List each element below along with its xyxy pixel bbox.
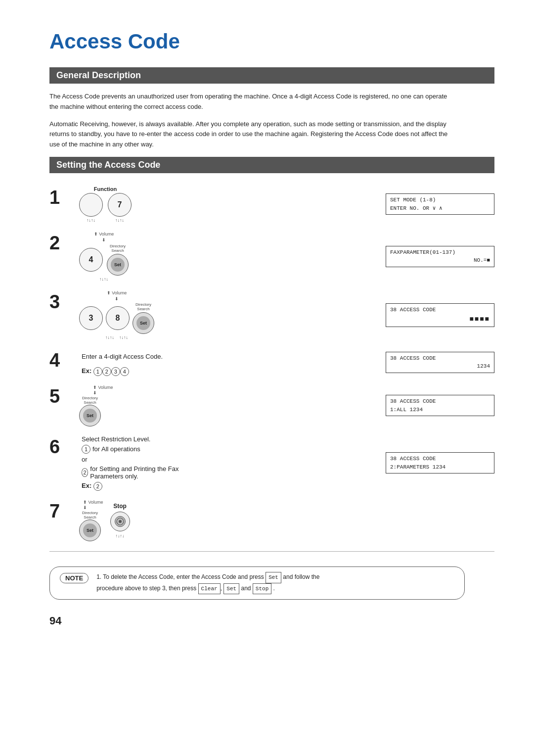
- step-2-display-line1: FAXPARAMETER(01-137): [390, 248, 490, 257]
- note-text-3: procedure above to step 3, then press: [96, 585, 196, 592]
- step-1-display-line2: ENTER NO. OR ∨ ∧: [390, 204, 490, 213]
- step-6-ex: Ex: 2: [82, 482, 102, 491]
- step-6-main-text: Select Restriction Level.: [82, 435, 150, 443]
- step-3-display-line1: 38 ACCESS CODE: [390, 306, 490, 314]
- step-5-row: 5 ⬆ Volume ⬇ DirectorySearch Set: [49, 385, 494, 426]
- note-text-1: 1. To delete the Access Code, enter the …: [96, 573, 264, 580]
- step-2-display: FAXPARAMETER(01-137) NO.=■: [386, 246, 494, 267]
- step-1-display-box: SET MODE (1-8) ENTER NO. OR ∨ ∧: [386, 193, 494, 215]
- svg-point-1: [119, 520, 122, 523]
- step-5-number: 5: [49, 387, 79, 406]
- step-6-display-line1: 38 ACCESS CODE: [390, 455, 490, 463]
- page-title: Access Code: [49, 30, 494, 53]
- step-3-diagram: ⬆ Volume ⬇ 3 8 DirectorySearch Set: [79, 290, 188, 340]
- step-3-display-box: 38 ACCESS CODE ■■■■: [386, 303, 494, 327]
- step-6-display-line2: 2:PARAMETERS 1234: [390, 463, 490, 472]
- step-3-row: 3 ⬆ Volume ⬇ 3 8 DirectorySearch: [49, 290, 494, 340]
- note-stop-btn: Stop: [253, 583, 271, 595]
- note-period: .: [271, 585, 275, 592]
- steps-section: 1 Function ↑↓↑↓ 7 ↑↓↑↓: [49, 186, 494, 541]
- divider: [49, 551, 494, 552]
- step-6-number: 6: [49, 437, 79, 456]
- step-4-row: 4 Enter a 4-digit Access Code. Ex: 1234 …: [49, 349, 494, 376]
- step-6-content: Select Restriction Level. 1 for All oper…: [79, 435, 494, 491]
- set-button-step3[interactable]: Set: [133, 312, 154, 334]
- general-description-section: General Description The Access Code prev…: [49, 67, 494, 150]
- stop-label: Stop: [113, 503, 127, 510]
- setting-access-code-section: Setting the Access Code 1 Function ↑↓↑↓: [49, 157, 494, 541]
- step-3-content: ⬆ Volume ⬇ 3 8 DirectorySearch Set: [79, 290, 494, 340]
- step-7-number: 7: [49, 502, 79, 520]
- note-text: 1. To delete the Access Code, enter the …: [96, 572, 319, 594]
- step-4-display: 38 ACCESS CODE 1234: [386, 352, 494, 373]
- step-3-number: 3: [49, 292, 79, 311]
- step-2-number: 2: [49, 234, 79, 252]
- step-6-or: or: [82, 456, 88, 463]
- step-1-row: 1 Function ↑↓↑↓ 7 ↑↓↑↓: [49, 186, 494, 223]
- digit-4-button[interactable]: 4: [79, 248, 103, 272]
- setting-access-code-header: Setting the Access Code: [49, 157, 494, 173]
- set-button-step2[interactable]: Set: [107, 254, 129, 276]
- set-button-step5[interactable]: Set: [79, 405, 101, 426]
- step-1-diagram: Function ↑↓↑↓ 7 ↑↓↑↓: [79, 186, 188, 223]
- step-1-display: SET MODE (1-8) ENTER NO. OR ∨ ∧: [386, 193, 494, 215]
- step-1-display-line1: SET MODE (1-8): [390, 196, 490, 204]
- step-2-display-line2: NO.=■: [390, 256, 490, 265]
- note-text-2: and follow the: [283, 573, 319, 580]
- body-text-1: The Access Code prevents an unauthorized…: [49, 92, 455, 112]
- step-1-dial-group: Function ↑↓↑↓ 7 ↑↓↑↓: [79, 186, 132, 223]
- step-4-number: 4: [49, 351, 79, 370]
- digit-8-button[interactable]: 8: [106, 306, 130, 330]
- digit-3-button[interactable]: 3: [79, 306, 103, 330]
- step-4-content: Enter a 4-digit Access Code. Ex: 1234 38…: [79, 349, 494, 376]
- step-4-diagram: Enter a 4-digit Access Code. Ex: 1234: [79, 349, 188, 376]
- stop-button-inner: [115, 516, 126, 527]
- step-2-content: ⬆ Volume ⬇ 4 DirectorySearch Set: [79, 232, 494, 282]
- step-4-display-box: 38 ACCESS CODE 1234: [386, 352, 494, 373]
- step-6-display-box: 38 ACCESS CODE 2:PARAMETERS 1234: [386, 452, 494, 473]
- step-3-display: 38 ACCESS CODE ■■■■: [386, 303, 494, 327]
- general-description-header: General Description: [49, 67, 494, 84]
- note-box: NOTE 1. To delete the Access Code, enter…: [49, 567, 465, 600]
- step-3-display-line2: ■■■■: [390, 314, 490, 325]
- function-label: Function: [94, 186, 117, 192]
- step-7-diagram: ⬆ Volume ⬇ DirectorySearch Set: [79, 500, 188, 541]
- step-6-diagram: Select Restriction Level. 1 for All oper…: [79, 435, 188, 491]
- step-2-row: 2 ⬆ Volume ⬇ 4 DirectorySearch: [49, 232, 494, 282]
- step-5-content: ⬆ Volume ⬇ DirectorySearch Set: [79, 385, 494, 426]
- step-4-ex: Ex: 1234: [82, 367, 129, 376]
- note-set-btn-1: Set: [266, 572, 281, 583]
- digit-7-button[interactable]: 7: [108, 193, 132, 217]
- step-2-display-box: FAXPARAMETER(01-137) NO.=■: [386, 246, 494, 267]
- stop-button-step7[interactable]: [110, 512, 130, 531]
- step-1-content: Function ↑↓↑↓ 7 ↑↓↑↓: [79, 186, 494, 223]
- step-6-sub1: 1 for All operations: [82, 445, 140, 454]
- step-5-diagram: ⬆ Volume ⬇ DirectorySearch Set: [79, 385, 188, 426]
- step-7-content: ⬆ Volume ⬇ DirectorySearch Set: [79, 500, 494, 541]
- step-5-display-box: 38 ACCESS CODE 1:ALL 1234: [386, 395, 494, 416]
- step-5-display-line2: 1:ALL 1234: [390, 406, 490, 414]
- step-4-display-line2: 1234: [390, 362, 490, 371]
- note-set-btn-2: Set: [223, 583, 239, 595]
- note-label: NOTE: [60, 573, 89, 583]
- step-4-main-text: Enter a 4-digit Access Code.: [82, 353, 163, 360]
- note-comma: ,: [221, 585, 222, 592]
- function-button[interactable]: [79, 193, 103, 217]
- step-2-diagram: ⬆ Volume ⬇ 4 DirectorySearch Set: [79, 232, 188, 282]
- step-7-row: 7 ⬆ Volume ⬇ DirectorySearch Set: [49, 500, 494, 541]
- note-clear-btn: Clear: [198, 583, 221, 595]
- step-6-sub2: 2 for Setting and Printing the Fax Param…: [82, 465, 188, 480]
- step-6-row: 6 Select Restriction Level. 1 for All op…: [49, 435, 494, 491]
- note-and: and: [241, 585, 251, 592]
- step-4-display-line1: 38 ACCESS CODE: [390, 354, 490, 363]
- page-number: 94: [49, 614, 494, 627]
- body-text-2: Automatic Receiving, however, is always …: [49, 119, 455, 150]
- step-5-display: 38 ACCESS CODE 1:ALL 1234: [386, 395, 494, 416]
- step-1-number: 1: [49, 188, 79, 207]
- step-6-display: 38 ACCESS CODE 2:PARAMETERS 1234: [386, 452, 494, 473]
- set-button-step7[interactable]: Set: [79, 520, 101, 541]
- step-5-display-line1: 38 ACCESS CODE: [390, 397, 490, 406]
